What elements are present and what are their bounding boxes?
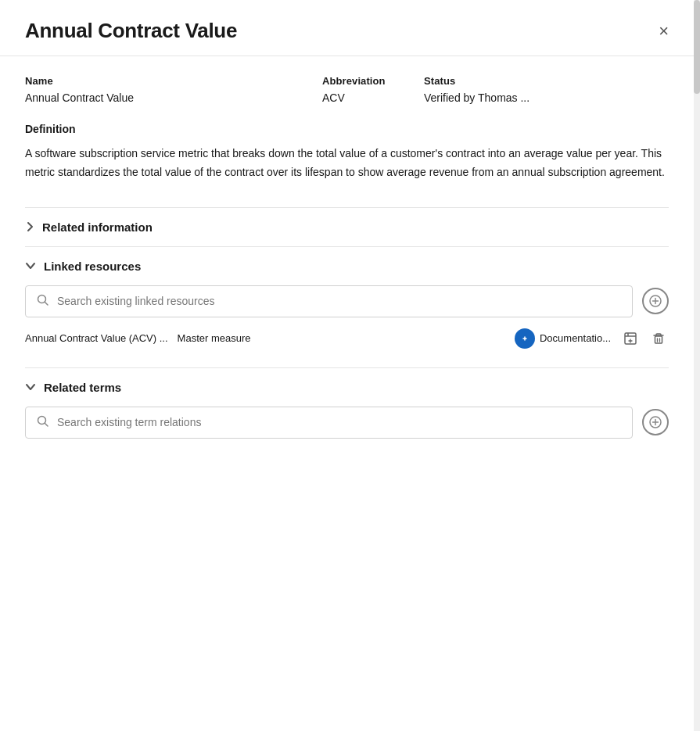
related-information-section: Related information bbox=[25, 207, 669, 246]
svg-rect-4 bbox=[655, 336, 662, 343]
related-information-header[interactable]: Related information bbox=[25, 220, 669, 234]
linked-resources-header[interactable]: Linked resources bbox=[25, 260, 669, 273]
linked-resources-search-box bbox=[25, 285, 633, 317]
linked-resources-add-button[interactable] bbox=[642, 288, 669, 314]
related-terms-add-button[interactable] bbox=[642, 409, 669, 435]
name-label: Name bbox=[25, 75, 322, 87]
name-field-group: Name Annual Contract Value bbox=[25, 75, 322, 104]
doc-icon-wrapper: Documentatio... bbox=[515, 328, 611, 349]
related-terms-chevron-down-icon bbox=[25, 383, 36, 391]
definition-text: A software subscription service metric t… bbox=[25, 145, 669, 182]
doc-icon bbox=[515, 328, 535, 349]
status-label: Status bbox=[424, 75, 669, 87]
related-terms-content bbox=[25, 407, 669, 439]
related-terms-section: Related terms bbox=[25, 367, 669, 451]
related-terms-label: Related terms bbox=[44, 381, 121, 394]
related-terms-search-input[interactable] bbox=[57, 416, 621, 428]
add-tab-button[interactable] bbox=[620, 328, 641, 349]
panel-title: Annual Contract Value bbox=[25, 19, 237, 43]
status-field-group: Status Verified by Thomas ... bbox=[424, 75, 669, 104]
linked-resources-content: Annual Contract Value (ACV) ... Master m… bbox=[25, 285, 669, 355]
doc-name: Documentatio... bbox=[540, 332, 611, 344]
panel-body: Name Annual Contract Value Abbreviation … bbox=[0, 56, 700, 476]
panel-header: Annual Contract Value × bbox=[0, 0, 700, 56]
abbreviation-field-group: Abbreviation ACV bbox=[322, 75, 424, 104]
related-terms-search-wrapper bbox=[25, 407, 669, 439]
related-information-label: Related information bbox=[42, 220, 153, 234]
name-value: Annual Contract Value bbox=[25, 91, 322, 104]
panel: Annual Contract Value × Name Annual Cont… bbox=[0, 0, 700, 731]
delete-button[interactable] bbox=[648, 328, 669, 349]
linked-resources-search-input[interactable] bbox=[57, 295, 621, 307]
resource-doc: Documentatio... bbox=[515, 328, 611, 349]
linked-resources-search-wrapper bbox=[25, 285, 669, 317]
definition-label: Definition bbox=[25, 123, 669, 135]
linked-resources-label: Linked resources bbox=[44, 260, 141, 273]
scrollbar-thumb[interactable] bbox=[694, 0, 700, 94]
related-information-chevron-right-icon bbox=[25, 220, 34, 233]
abbreviation-value: ACV bbox=[322, 91, 424, 104]
linked-resource-info: Annual Contract Value (ACV) ... Master m… bbox=[25, 332, 515, 344]
related-terms-search-icon bbox=[37, 415, 49, 430]
resource-name: Annual Contract Value (ACV) ... bbox=[25, 332, 168, 344]
fields-row: Name Annual Contract Value Abbreviation … bbox=[25, 75, 669, 104]
linked-resources-section: Linked resources bbox=[25, 246, 669, 367]
definition-section: Definition A software subscription servi… bbox=[25, 123, 669, 182]
linked-resources-chevron-down-icon bbox=[25, 262, 36, 270]
resource-type: Master measure bbox=[178, 332, 251, 344]
related-terms-search-box bbox=[25, 407, 633, 439]
close-button[interactable]: × bbox=[652, 20, 675, 43]
linked-resource-row: Annual Contract Value (ACV) ... Master m… bbox=[25, 317, 669, 355]
scrollbar-track[interactable] bbox=[694, 0, 700, 731]
resource-actions bbox=[620, 328, 669, 349]
abbreviation-label: Abbreviation bbox=[322, 75, 424, 87]
related-terms-header[interactable]: Related terms bbox=[25, 381, 669, 394]
status-value: Verified by Thomas ... bbox=[424, 91, 669, 104]
search-icon bbox=[37, 294, 49, 309]
